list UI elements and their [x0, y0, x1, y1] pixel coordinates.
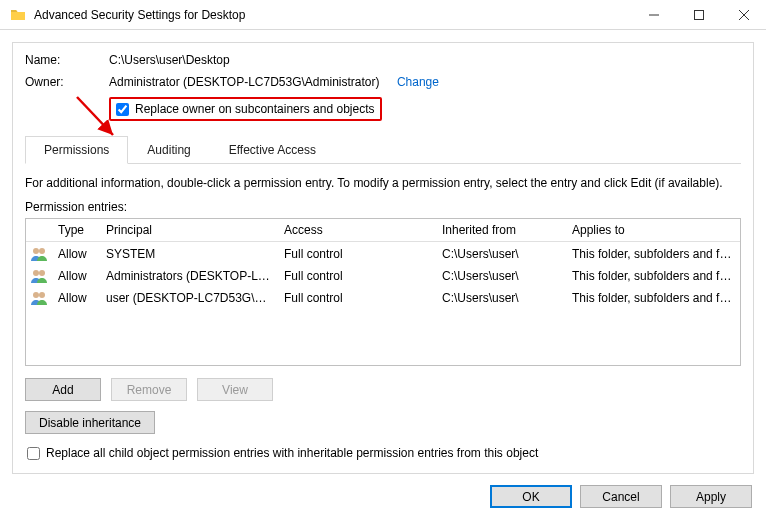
apply-button[interactable]: Apply	[670, 485, 752, 508]
col-principal[interactable]: Principal	[100, 219, 278, 241]
replace-owner-checkbox[interactable]	[116, 103, 129, 116]
col-access[interactable]: Access	[278, 219, 436, 241]
table-header: Type Principal Access Inherited from App…	[26, 219, 740, 242]
cell-inherited: C:\Users\user\	[436, 287, 566, 309]
view-button: View	[197, 378, 273, 401]
col-applies[interactable]: Applies to	[566, 219, 740, 241]
cell-type: Allow	[52, 265, 100, 287]
principal-icon	[26, 242, 52, 266]
replace-all-label: Replace all child object permission entr…	[46, 446, 538, 460]
titlebar: Advanced Security Settings for Desktop	[0, 0, 766, 30]
replace-all-checkbox[interactable]	[27, 447, 40, 460]
owner-text: Administrator (DESKTOP-LC7D53G\Administr…	[109, 75, 380, 89]
svg-point-1	[33, 248, 39, 254]
cancel-button[interactable]: Cancel	[580, 485, 662, 508]
table-row[interactable]: AllowSYSTEMFull controlC:\Users\user\Thi…	[26, 243, 740, 265]
col-inherited[interactable]: Inherited from	[436, 219, 566, 241]
principal-icon	[26, 264, 52, 288]
cell-access: Full control	[278, 265, 436, 287]
tab-bar: Permissions Auditing Effective Access	[25, 135, 741, 164]
svg-point-5	[33, 292, 39, 298]
col-type[interactable]: Type	[52, 219, 100, 241]
cell-type: Allow	[52, 287, 100, 309]
cell-access: Full control	[278, 243, 436, 265]
owner-value: Administrator (DESKTOP-LC7D53G\Administr…	[109, 75, 741, 89]
cell-access: Full control	[278, 287, 436, 309]
cell-principal: SYSTEM	[100, 243, 278, 265]
name-label: Name:	[25, 53, 109, 67]
owner-label: Owner:	[25, 75, 109, 89]
tab-permissions[interactable]: Permissions	[25, 136, 128, 164]
entries-label: Permission entries:	[25, 200, 741, 214]
window-title: Advanced Security Settings for Desktop	[34, 8, 631, 22]
replace-all-checkbox-row[interactable]: Replace all child object permission entr…	[25, 446, 741, 460]
cell-applies: This folder, subfolders and files	[566, 287, 740, 309]
svg-point-4	[39, 270, 45, 276]
cell-type: Allow	[52, 243, 100, 265]
table-row[interactable]: AllowAdministrators (DESKTOP-LC7...Full …	[26, 265, 740, 287]
remove-button: Remove	[111, 378, 187, 401]
permission-table: Type Principal Access Inherited from App…	[25, 218, 741, 366]
cell-principal: user (DESKTOP-LC7D53G\user)	[100, 287, 278, 309]
folder-icon	[10, 7, 26, 23]
svg-point-6	[39, 292, 45, 298]
change-owner-link[interactable]: Change	[397, 75, 439, 89]
close-button[interactable]	[721, 0, 766, 29]
add-button[interactable]: Add	[25, 378, 101, 401]
table-row[interactable]: Allowuser (DESKTOP-LC7D53G\user)Full con…	[26, 287, 740, 309]
svg-point-3	[33, 270, 39, 276]
principal-icon	[26, 286, 52, 310]
maximize-button[interactable]	[676, 0, 721, 29]
ok-button[interactable]: OK	[490, 485, 572, 508]
svg-point-2	[39, 248, 45, 254]
info-text: For additional information, double-click…	[25, 176, 741, 190]
content-panel: Name: C:\Users\user\Desktop Owner: Admin…	[12, 42, 754, 474]
cell-principal: Administrators (DESKTOP-LC7...	[100, 265, 278, 287]
replace-owner-label: Replace owner on subcontainers and objec…	[135, 102, 374, 116]
svg-rect-0	[694, 10, 703, 19]
cell-applies: This folder, subfolders and files	[566, 265, 740, 287]
dialog-footer: OK Cancel Apply	[490, 485, 752, 508]
cell-applies: This folder, subfolders and files	[566, 243, 740, 265]
name-value: C:\Users\user\Desktop	[109, 53, 741, 67]
tab-effective-access[interactable]: Effective Access	[210, 136, 335, 164]
cell-inherited: C:\Users\user\	[436, 243, 566, 265]
disable-inheritance-button[interactable]: Disable inheritance	[25, 411, 155, 434]
tab-auditing[interactable]: Auditing	[128, 136, 209, 164]
minimize-button[interactable]	[631, 0, 676, 29]
cell-inherited: C:\Users\user\	[436, 265, 566, 287]
replace-owner-checkbox-row[interactable]: Replace owner on subcontainers and objec…	[109, 97, 382, 121]
